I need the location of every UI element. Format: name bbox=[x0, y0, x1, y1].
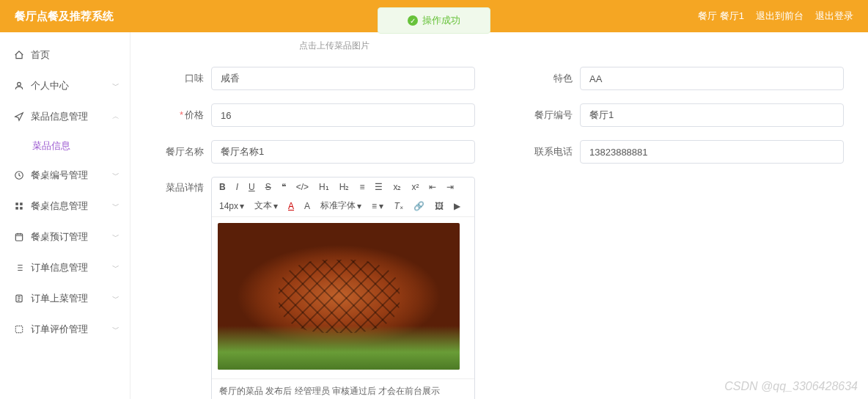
app-title: 餐厅点餐及推荐系统 bbox=[15, 10, 114, 23]
main-content: 点击上传菜品图片 口味 特色 *价格 餐厅编号 餐厅名称 bbox=[130, 32, 868, 399]
chevron-down-icon: ﹀ bbox=[112, 324, 119, 334]
quote-icon[interactable]: ❝ bbox=[282, 182, 286, 192]
clock-icon bbox=[13, 170, 25, 180]
home-icon bbox=[13, 50, 25, 60]
video-icon[interactable]: ▶ bbox=[454, 201, 460, 211]
sidebar-subitem-dish-info[interactable]: 菜品信息 bbox=[0, 132, 130, 160]
feature-label: 特色 bbox=[521, 72, 573, 85]
sidebar-item-table-reserve[interactable]: 餐桌预订管理 ﹀ bbox=[0, 222, 130, 252]
restaurant-name-label: 餐厅名称 bbox=[152, 145, 204, 158]
phone-input[interactable] bbox=[580, 140, 844, 164]
svg-rect-4 bbox=[15, 207, 18, 210]
watermark: CSDN @qq_3306428634 bbox=[724, 380, 858, 393]
exit-to-front-link[interactable]: 退出到前台 bbox=[756, 10, 803, 23]
phone-label: 联系电话 bbox=[521, 145, 573, 158]
sidebar: 首页 个人中心 ﹀ 菜品信息管理 ︿ 菜品信息 餐桌编号管理 ﹀ 餐桌信息管理 … bbox=[0, 32, 130, 399]
chevron-down-icon: ﹀ bbox=[112, 232, 119, 242]
unordered-list-icon[interactable]: ☰ bbox=[375, 182, 383, 192]
upload-hint[interactable]: 点击上传菜品图片 bbox=[299, 40, 846, 52]
list-icon bbox=[13, 263, 25, 273]
sidebar-item-label: 个人中心 bbox=[31, 79, 69, 92]
sidebar-item-label: 订单上菜管理 bbox=[31, 292, 88, 305]
sidebar-item-label: 订单信息管理 bbox=[31, 261, 88, 274]
font-family-select[interactable]: 标准字体 ▾ bbox=[320, 200, 361, 212]
chevron-down-icon: ﹀ bbox=[112, 263, 119, 273]
sidebar-item-label: 菜品信息管理 bbox=[31, 110, 88, 123]
sidebar-item-home[interactable]: 首页 bbox=[0, 40, 130, 70]
svg-rect-8 bbox=[15, 326, 22, 332]
detail-label: 菜品详情 bbox=[152, 177, 204, 399]
sidebar-item-order-review[interactable]: 订单评价管理 ﹀ bbox=[0, 314, 130, 345]
sidebar-item-label: 餐桌信息管理 bbox=[31, 200, 88, 213]
svg-rect-3 bbox=[20, 202, 23, 205]
outdent-icon[interactable]: ⇥ bbox=[446, 182, 454, 192]
sidebar-item-table-num[interactable]: 餐桌编号管理 ﹀ bbox=[0, 160, 130, 191]
sidebar-item-label: 餐桌预订管理 bbox=[31, 230, 88, 244]
send-icon bbox=[13, 111, 25, 122]
sidebar-item-dish-mgmt[interactable]: 菜品信息管理 ︿ bbox=[0, 101, 130, 132]
chevron-down-icon: ﹀ bbox=[112, 201, 119, 211]
strike-icon[interactable]: S bbox=[265, 182, 271, 192]
rich-text-editor: B I U S ❝ </> H₁ H₂ ≡ ☰ x₂ x² ⇤ ⇥ 14px ▾… bbox=[211, 177, 475, 399]
chevron-down-icon: ﹀ bbox=[112, 293, 119, 304]
sidebar-item-order-serve[interactable]: 订单上菜管理 ﹀ bbox=[0, 283, 130, 314]
font-size-select[interactable]: 14px ▾ bbox=[219, 201, 244, 211]
sidebar-item-label: 订单评价管理 bbox=[31, 323, 88, 336]
indent-icon[interactable]: ⇤ bbox=[429, 182, 436, 192]
italic-icon[interactable]: I bbox=[236, 182, 238, 192]
code-icon[interactable]: </> bbox=[296, 182, 309, 192]
header-actions: 餐厅 餐厅1 退出到前台 退出登录 bbox=[698, 10, 853, 23]
restaurant-id-input[interactable] bbox=[580, 103, 844, 127]
review-icon bbox=[13, 324, 25, 334]
svg-rect-5 bbox=[20, 207, 23, 210]
h2-icon[interactable]: H₂ bbox=[339, 182, 350, 192]
price-input[interactable] bbox=[211, 103, 475, 127]
sidebar-item-label: 餐桌编号管理 bbox=[31, 169, 88, 182]
check-icon: ✓ bbox=[408, 15, 418, 26]
restaurant-id-label: 餐厅编号 bbox=[521, 109, 573, 122]
image-icon[interactable]: 🖼 bbox=[435, 201, 444, 211]
ordered-list-icon[interactable]: ≡ bbox=[359, 182, 364, 192]
svg-rect-2 bbox=[15, 202, 18, 205]
sidebar-item-table-info[interactable]: 餐桌信息管理 ﹀ bbox=[0, 191, 130, 222]
alert-text: 操作成功 bbox=[422, 14, 460, 27]
sidebar-item-order-info[interactable]: 订单信息管理 ﹀ bbox=[0, 252, 130, 283]
user-label[interactable]: 餐厅 餐厅1 bbox=[698, 10, 744, 23]
bold-icon[interactable]: B bbox=[219, 182, 226, 192]
svg-rect-6 bbox=[15, 234, 22, 241]
dish-image bbox=[218, 223, 460, 370]
sidebar-item-label: 首页 bbox=[31, 48, 50, 62]
success-alert: ✓ 操作成功 bbox=[378, 7, 490, 34]
restaurant-name-input[interactable] bbox=[211, 140, 475, 164]
chevron-up-icon: ︿ bbox=[112, 111, 119, 122]
align-icon[interactable]: ≡ ▾ bbox=[372, 201, 383, 211]
user-icon bbox=[13, 81, 25, 91]
editor-footer-text[interactable]: 餐厅的菜品 发布后 经管理员 审核通过后 才会在前台展示 bbox=[212, 378, 474, 399]
superscript-icon[interactable]: x² bbox=[411, 182, 419, 192]
h1-icon[interactable]: H₁ bbox=[319, 182, 329, 192]
subscript-icon[interactable]: x₂ bbox=[393, 182, 401, 192]
chevron-down-icon: ﹀ bbox=[112, 170, 119, 180]
editor-toolbar: B I U S ❝ </> H₁ H₂ ≡ ☰ x₂ x² ⇤ ⇥ 14px ▾… bbox=[212, 177, 474, 217]
taste-label: 口味 bbox=[152, 72, 204, 85]
price-label: *价格 bbox=[152, 109, 204, 122]
clear-format-icon[interactable]: Tₓ bbox=[394, 201, 402, 211]
text-color-icon[interactable]: A bbox=[288, 201, 294, 211]
dish-icon bbox=[13, 293, 25, 304]
bg-color-icon[interactable]: A bbox=[304, 201, 310, 211]
editor-content[interactable] bbox=[212, 217, 474, 378]
taste-input[interactable] bbox=[211, 67, 475, 90]
feature-input[interactable] bbox=[580, 67, 844, 90]
link-icon[interactable]: 🔗 bbox=[413, 201, 424, 211]
chevron-down-icon: ﹀ bbox=[112, 81, 119, 91]
text-type-select[interactable]: 文本 ▾ bbox=[254, 200, 278, 212]
calendar-icon bbox=[13, 232, 25, 242]
underline-icon[interactable]: U bbox=[249, 182, 255, 192]
logout-link[interactable]: 退出登录 bbox=[815, 10, 853, 23]
grid-icon bbox=[13, 201, 25, 211]
sidebar-item-personal[interactable]: 个人中心 ﹀ bbox=[0, 70, 130, 101]
svg-point-0 bbox=[18, 82, 21, 86]
